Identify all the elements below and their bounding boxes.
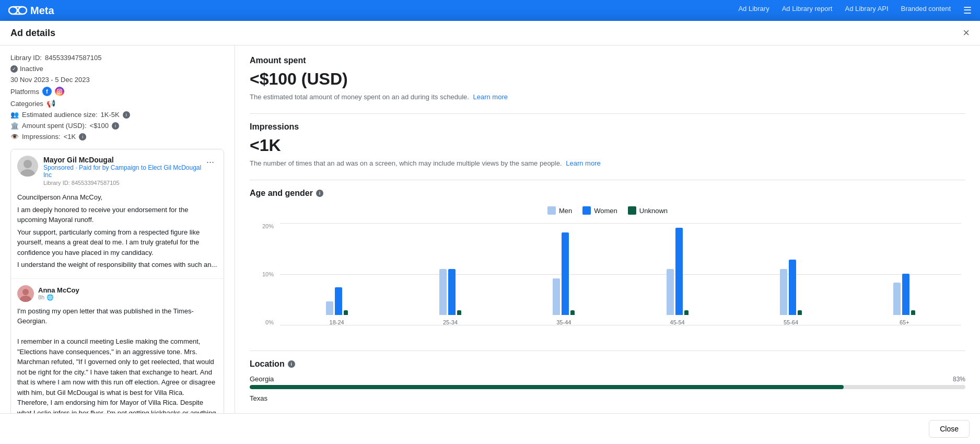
- nav-ad-library[interactable]: Ad Library: [738, 5, 769, 16]
- top-nav: Ad Library Ad Library report Ad Library …: [738, 5, 972, 16]
- nav-branded-content[interactable]: Branded content: [901, 5, 951, 16]
- nav-ad-library-report[interactable]: Ad Library report: [782, 5, 833, 16]
- logo-text: Meta: [30, 5, 54, 17]
- svg-point-0: [9, 7, 17, 14]
- top-bar: Meta Ad Library Ad Library report Ad Lib…: [0, 0, 980, 21]
- meta-logo: Meta: [8, 5, 54, 17]
- nav-ad-library-api[interactable]: Ad Library API: [845, 5, 888, 16]
- svg-point-1: [18, 7, 27, 14]
- hamburger-icon[interactable]: ☰: [963, 5, 972, 16]
